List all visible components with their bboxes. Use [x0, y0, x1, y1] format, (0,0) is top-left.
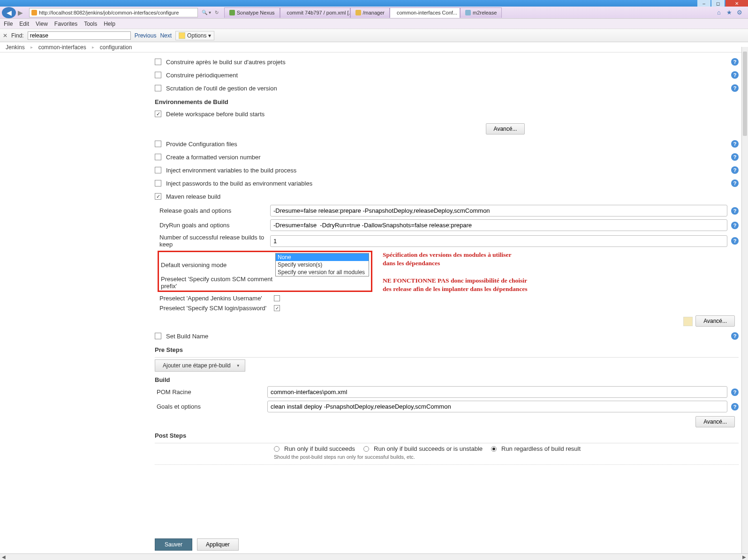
menu-tools[interactable]: Tools [84, 21, 97, 27]
breadcrumb-configuration[interactable]: configuration [100, 44, 132, 51]
close-window-button[interactable]: ✕ [725, 0, 748, 7]
tab-favicon [465, 10, 471, 15]
menu-file[interactable]: File [4, 21, 13, 27]
tab-favicon [229, 10, 235, 15]
tab-jenkins-config[interactable]: common-interfaces Conf...✕ [390, 7, 460, 18]
tab-label: /manager [363, 10, 385, 15]
site-icon [31, 10, 37, 15]
find-bar: ✕ Find: Previous Next Options ▾ [0, 29, 748, 42]
chevron-down-icon: ▾ [208, 32, 211, 39]
tab-label: commit 74b797 / pom.xml [... [287, 10, 350, 15]
find-previous[interactable]: Previous [135, 32, 157, 39]
vertical-scrollbar[interactable] [741, 47, 748, 52]
breadcrumb: Jenkins ▸ common-interfaces ▸ configurat… [0, 42, 748, 52]
window-controls-bar: – ◻ ✕ [0, 0, 748, 7]
scrollbar-thumb[interactable] [743, 52, 747, 52]
back-button[interactable]: ◀ [2, 7, 16, 18]
menu-view[interactable]: View [36, 21, 48, 27]
menu-edit[interactable]: Edit [19, 21, 29, 27]
find-input[interactable] [28, 31, 131, 40]
breadcrumb-sep-icon: ▸ [92, 45, 94, 50]
search-icon[interactable]: 🔍 ▾ [202, 10, 211, 15]
refresh-icon[interactable]: ↻ [215, 10, 219, 15]
options-label: Options [187, 32, 206, 39]
browser-nav-bar: ◀ ▶ http://localhost:8082/jenkins/job/co… [0, 7, 748, 19]
tab-label: common-interfaces Conf... [397, 10, 457, 15]
menu-help[interactable]: Help [104, 21, 115, 27]
settings-icon[interactable]: ⚙ [736, 9, 743, 16]
breadcrumb-project[interactable]: common-interfaces [38, 44, 86, 51]
tab-sonatype[interactable]: Sonatype Nexus [224, 7, 280, 18]
tab-commit[interactable]: commit 74b797 / pom.xml [... [280, 7, 350, 18]
home-icon[interactable]: ⌂ [715, 9, 723, 16]
tab-favicon [355, 10, 361, 15]
forward-button[interactable]: ▶ [18, 9, 27, 16]
url-text: http://localhost:8082/jenkins/job/common… [39, 10, 179, 15]
chrome-right-icons: ⌂ ★ ⚙ [715, 9, 746, 16]
address-bar[interactable]: http://localhost:8082/jenkins/job/common… [29, 8, 198, 17]
tab-label: Sonatype Nexus [237, 10, 275, 15]
maximize-button[interactable]: ◻ [711, 0, 725, 7]
find-options-button[interactable]: Options ▾ [175, 31, 214, 40]
favorites-icon[interactable]: ★ [725, 9, 733, 16]
menu-favorites[interactable]: Favorites [54, 21, 77, 27]
breadcrumb-jenkins[interactable]: Jenkins [6, 44, 25, 51]
breadcrumb-sep-icon: ▸ [30, 45, 33, 50]
tab-manager[interactable]: /manager [350, 7, 390, 18]
highlight-icon [179, 32, 185, 39]
minimize-button[interactable]: – [697, 0, 710, 7]
tab-m2release[interactable]: m2release [460, 7, 502, 18]
tab-label: m2release [473, 10, 497, 15]
find-close-icon[interactable]: ✕ [3, 32, 8, 39]
find-label: Find: [11, 32, 24, 39]
browser-tabs: Sonatype Nexus commit 74b797 / pom.xml [… [224, 7, 713, 18]
find-next[interactable]: Next [160, 32, 172, 39]
menu-bar: File Edit View Favorites Tools Help [0, 19, 748, 29]
